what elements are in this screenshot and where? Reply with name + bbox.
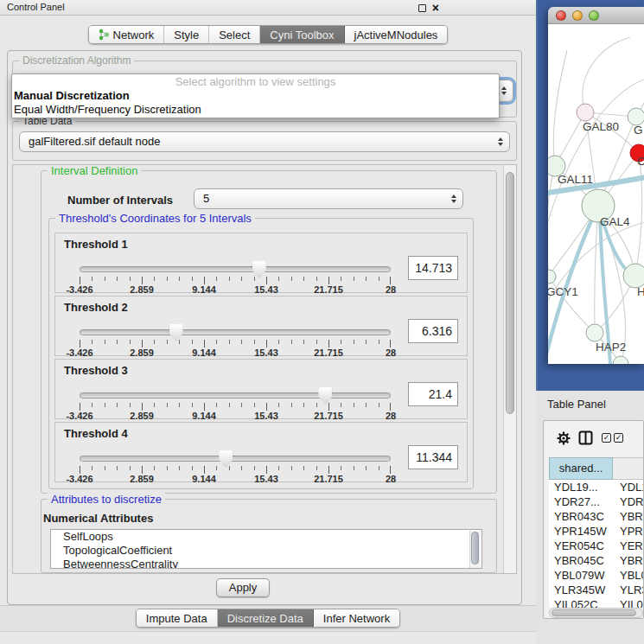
table-row[interactable]: YLR345WYLR3	[549, 583, 644, 597]
node-h[interactable]	[623, 264, 644, 288]
hscrollbar-thumb[interactable]	[552, 609, 636, 616]
node-label-gcy1: GCY1	[548, 285, 578, 298]
slider-ticks-major	[80, 466, 391, 474]
slider-scale: -3.4262.8599.14415.4321.71528	[80, 411, 391, 421]
threshold-4-value-input[interactable]: 11.344	[408, 445, 458, 469]
slider-thumb[interactable]	[318, 387, 332, 405]
slider-track[interactable]	[80, 392, 391, 399]
combo-arrows-icon	[498, 137, 503, 146]
threshold-2-panel: Threshold 2 -3.4262.8599.14415.4321.7152…	[54, 296, 468, 356]
close-traffic-icon[interactable]	[556, 10, 566, 21]
column-header-name[interactable]: na	[613, 457, 644, 480]
threshold-3-value-input[interactable]: 21.4	[408, 382, 458, 406]
gear-icon[interactable]	[556, 430, 571, 446]
tab-label: Impute Data	[146, 612, 207, 625]
tab-label: Style	[174, 29, 199, 41]
list-item[interactable]: SelfLoops	[51, 530, 481, 544]
minimize-traffic-icon[interactable]	[572, 10, 583, 21]
tab-style[interactable]: Style	[164, 26, 209, 43]
slider-thumb[interactable]	[169, 324, 183, 341]
dropdown-option-manual[interactable]: Manual Discretization	[12, 89, 499, 103]
tab-discretize-data[interactable]: Discretize Data	[218, 609, 314, 627]
control-panel-window: Control Panel × Network	[0, 0, 536, 644]
table-row[interactable]: YDR27...YDR2	[549, 494, 644, 509]
group-title: Discretization Algorithm	[19, 54, 134, 67]
threshold-3-label: Threshold 3	[64, 364, 128, 377]
slider-track[interactable]	[80, 266, 391, 272]
group-title: Attributes to discretize	[48, 493, 165, 506]
checkbox-icon[interactable]: ✓	[602, 433, 611, 443]
float-icon[interactable]	[418, 4, 426, 12]
list-scrollbar[interactable]	[469, 531, 481, 569]
threshold-1-slider[interactable]: -3.4262.8599.14415.4321.71528	[80, 261, 391, 294]
tab-impute-data[interactable]: Impute Data	[137, 609, 218, 627]
slider-scale: -3.4262.8599.14415.4321.71528	[80, 284, 391, 295]
network-window-titlebar[interactable]	[548, 7, 644, 24]
node-hap2[interactable]	[586, 324, 603, 341]
threshold-1-value-input[interactable]: 14.713	[408, 256, 458, 280]
slider-track[interactable]	[80, 456, 391, 462]
control-panel-titlebar: Control Panel ×	[0, 0, 536, 16]
settings-scrollbar[interactable]	[503, 165, 516, 573]
table-toolbar: ✓ ✓	[544, 421, 643, 456]
table-row[interactable]: YPR145WYPR1	[549, 524, 644, 539]
numerical-attributes-list[interactable]: SelfLoops TopologicalCoefficient Between…	[50, 529, 482, 569]
slider-thumb[interactable]	[219, 450, 233, 468]
tab-cyni-toolbox[interactable]: Cyni Toolbox	[260, 26, 344, 43]
scrollbar-thumb[interactable]	[506, 172, 514, 414]
table-hscrollbar[interactable]	[549, 608, 643, 618]
network-canvas[interactable]: GAL80 G C GAL11 GAL4 GCY1 H HAP2	[548, 24, 644, 364]
zoom-traffic-icon[interactable]	[589, 10, 599, 21]
node-table: shared... na YDL19...YDL1 YDR27...YDR2 Y…	[549, 457, 644, 608]
tab-select[interactable]: Select	[209, 26, 260, 43]
table-data-combo[interactable]: galFiltered.sif default node	[19, 131, 510, 152]
thresholds-group: Threshold's Coordinates for 5 Intervals …	[48, 218, 474, 489]
slider-track[interactable]	[80, 329, 391, 335]
node-top-right[interactable]	[628, 108, 644, 125]
table-rows: YDL19...YDL1 YDR27...YDR2 YBR043CYBR0 YP…	[549, 480, 644, 608]
slider-ticks-major	[80, 403, 391, 411]
interval-definition-group: Interval Definition Number of Intervals …	[41, 170, 497, 494]
threshold-4-slider[interactable]: -3.4262.8599.14415.4321.71528	[80, 450, 391, 483]
threshold-3-slider[interactable]: -3.4262.8599.14415.4321.71528	[80, 387, 391, 420]
group-title: Interval Definition	[48, 164, 141, 177]
node-label-partial-g: G	[634, 124, 643, 137]
list-item[interactable]: BetweennessCentrality	[51, 558, 481, 569]
table-row[interactable]: YIL052CYIL0	[549, 597, 644, 608]
threshold-2-value-input[interactable]: 6.316	[408, 319, 458, 343]
node-bottom[interactable]	[613, 356, 628, 364]
tab-label: Select	[219, 29, 250, 41]
tab-jactivemnodules[interactable]: jActiveMNodules	[345, 26, 448, 43]
slider-thumb[interactable]	[252, 261, 266, 278]
threshold-2-slider[interactable]: -3.4262.8599.14415.4321.71528	[80, 324, 391, 357]
table-row[interactable]: YER054CYER0	[549, 539, 644, 553]
node-gal80[interactable]	[577, 104, 594, 121]
tab-network[interactable]: Network	[89, 26, 165, 43]
tab-label: Network	[113, 29, 155, 41]
dropdown-option-equal-width[interactable]: Equal Width/Frequency Discretization	[12, 103, 499, 117]
bottom-tab-strip: Impute Data Discretize Data Infer Networ…	[0, 605, 536, 632]
numerical-attributes-label: Numerical Attributes	[43, 512, 153, 525]
table-row[interactable]: YBL079WYBL0	[549, 568, 644, 583]
checkbox-icon[interactable]: ✓	[614, 433, 623, 443]
table-panel-body: ✓ ✓ shared... na YDL19...YDL1 YDR27...YD…	[543, 420, 644, 619]
close-icon[interactable]: ×	[432, 3, 439, 12]
slider-scale: -3.4262.8599.14415.4321.71528	[80, 474, 391, 484]
checkbox-icons[interactable]: ✓ ✓	[602, 433, 623, 443]
table-row[interactable]: YBR043CYBR0	[549, 509, 644, 524]
column-header-shared[interactable]: shared...	[549, 457, 613, 480]
num-intervals-combo[interactable]: 5	[194, 188, 463, 209]
columns-icon[interactable]	[578, 430, 593, 445]
table-row[interactable]: YBR045CYBR0	[549, 553, 644, 568]
tab-infer-network[interactable]: Infer Network	[314, 609, 399, 627]
list-item[interactable]: TopologicalCoefficient	[51, 544, 481, 558]
node-gcy1[interactable]	[548, 270, 556, 284]
combo-arrows-icon	[501, 86, 507, 95]
apply-button[interactable]: Apply	[216, 578, 270, 597]
threshold-2-label: Threshold 2	[64, 301, 128, 314]
node-label-gal80: GAL80	[583, 120, 619, 133]
node-label-gal4: GAL4	[600, 215, 630, 228]
slider-scale: -3.4262.8599.14415.4321.71528	[80, 348, 391, 358]
num-intervals-value: 5	[203, 192, 209, 205]
table-row[interactable]: YDL19...YDL1	[549, 480, 644, 494]
